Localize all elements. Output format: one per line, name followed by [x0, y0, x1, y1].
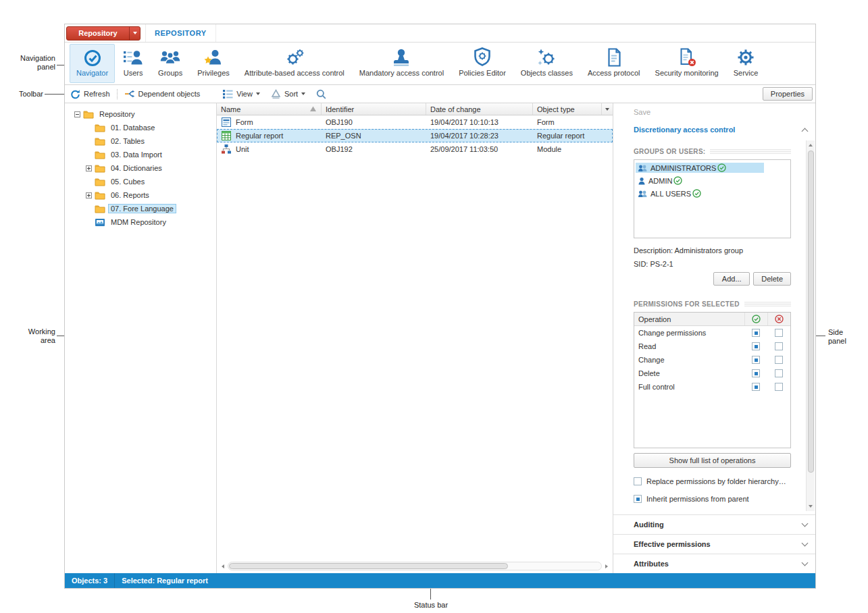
tree-item-06-reports[interactable]: 06. Reports [65, 188, 216, 202]
group-item-all-users[interactable]: ALL USERS [636, 187, 789, 200]
inherit-permissions-checkbox[interactable]: Inherit permissions from parent [634, 495, 791, 503]
expander-slot[interactable] [72, 111, 83, 117]
scroll-down-button[interactable] [807, 502, 815, 511]
section-attributes[interactable]: Attributes [613, 554, 815, 573]
tree-item-07-fore-language[interactable]: 07. Fore Language [65, 202, 216, 215]
expand-icon[interactable] [86, 192, 92, 198]
tree-item-mdm-repository[interactable]: MDM Repository [65, 215, 216, 229]
collapse-icon[interactable] [74, 111, 80, 117]
ribbon-item-security-monitoring[interactable]: Security monitoring [648, 44, 725, 83]
checkbox[interactable] [634, 495, 642, 503]
delete-button[interactable]: Delete [753, 272, 791, 286]
section-effective-permissions[interactable]: Effective permissions [613, 534, 815, 554]
expand-icon[interactable] [86, 165, 92, 171]
ribbon-item-objects-classes[interactable]: Objects classes [514, 44, 580, 83]
view-dropdown[interactable]: View [218, 85, 265, 103]
tree-item-04-dictionaries[interactable]: 04. Dictionaries [65, 161, 216, 175]
refresh-button[interactable]: Refresh [65, 85, 116, 103]
expander-slot[interactable] [83, 165, 95, 171]
tree-item-repository[interactable]: Repository [65, 107, 216, 121]
dropdown-caret-icon[interactable] [129, 27, 140, 40]
main-content: Repository01. Database02. Tables03. Data… [65, 103, 815, 573]
ribbon-item-users[interactable]: Users [116, 44, 150, 83]
allow-checkbox[interactable] [752, 329, 760, 337]
scroll-track[interactable] [228, 562, 602, 570]
unit-icon [221, 144, 232, 155]
scroll-left-button[interactable] [218, 562, 228, 570]
dependent-objects-label: Dependent objects [138, 90, 201, 98]
repository-menu-button[interactable]: Repository [66, 26, 141, 41]
deny-checkbox[interactable] [775, 356, 783, 364]
column-header-date-of-change[interactable]: Date of change [426, 103, 533, 115]
ribbon-item-privileges[interactable]: Privileges [190, 44, 236, 83]
horizontal-scrollbar[interactable] [218, 561, 611, 571]
column-options-button[interactable] [602, 103, 613, 115]
tree-item-05-cubes[interactable]: 05. Cubes [65, 175, 216, 188]
deny-checkbox[interactable] [775, 329, 783, 337]
allow-cell [744, 342, 767, 350]
column-header-object-type[interactable]: Object type [533, 103, 602, 115]
sid-label: SID: [634, 260, 648, 268]
scroll-up-button[interactable] [807, 140, 815, 150]
section-discretionary-access-control[interactable]: Discretionary access control [613, 121, 815, 138]
checkbox[interactable] [634, 477, 642, 485]
user-icon [638, 177, 646, 185]
permissions-table-header: Operation [634, 313, 790, 326]
save-button[interactable]: Save [613, 103, 815, 121]
column-header-identifier[interactable]: Identifier [322, 103, 426, 115]
table-row-form[interactable]: FormOBJ19019/04/2017 10:10:13Form [217, 115, 613, 129]
add-button[interactable]: Add... [713, 272, 750, 286]
granted-check-icon [673, 176, 682, 185]
deny-checkbox[interactable] [775, 369, 783, 377]
search-button[interactable] [311, 85, 332, 103]
operation-column-header: Operation [634, 315, 744, 323]
sort-dropdown[interactable]: Sort [265, 85, 311, 103]
table-row-unit[interactable]: UnitOBJ19225/09/2017 11:03:50Module [217, 142, 613, 156]
deny-checkbox[interactable] [775, 383, 783, 391]
ribbon-item-groups[interactable]: Groups [151, 44, 189, 83]
scroll-thumb[interactable] [808, 151, 814, 473]
column-header-name[interactable]: Name [217, 103, 322, 115]
allow-checkbox[interactable] [752, 342, 760, 350]
allow-checkbox[interactable] [752, 383, 760, 391]
ribbon-item-label: Access protocol [588, 69, 640, 77]
ribbon-item-attribute-based-access-control[interactable]: Attribute-based access control [238, 44, 351, 83]
view-label: View [236, 90, 253, 98]
groups-list[interactable]: ADMINISTRATORSADMINALL USERS [634, 159, 791, 238]
allow-checkbox[interactable] [752, 369, 760, 377]
dependent-objects-button[interactable]: Dependent objects [119, 85, 206, 103]
replace-permissions-checkbox[interactable]: Replace permissions by folder hierarchy… [634, 477, 791, 485]
allow-checkbox[interactable] [752, 356, 760, 364]
ribbon-item-service[interactable]: Service [727, 44, 765, 83]
tree-item-03-data-import[interactable]: 03. Data Import [65, 148, 216, 161]
expander-slot[interactable] [83, 192, 95, 198]
show-full-list-button[interactable]: Show full list of operations [634, 453, 791, 468]
table-row-regular-report[interactable]: Regular reportREP_OSN19/04/2017 10:28:23… [217, 129, 613, 142]
ribbon-item-mandatory-access-control[interactable]: Mandatory access control [353, 44, 451, 83]
status-bar: Objects: 3 Selected: Regular report [65, 573, 815, 588]
group-item-administrators[interactable]: ADMINISTRATORS [636, 161, 789, 174]
ribbon-item-policies-editor[interactable]: Policies Editor [452, 44, 513, 83]
tab-repository[interactable]: REPOSITORY [145, 24, 216, 42]
deny-checkbox[interactable] [775, 342, 783, 350]
scroll-track[interactable] [807, 150, 815, 502]
annotation-text: Side [828, 328, 863, 337]
allow-cell [744, 329, 767, 337]
ribbon-item-navigator[interactable]: Navigator [70, 44, 115, 83]
tree-item-01-database[interactable]: 01. Database [65, 121, 216, 134]
allow-cell [744, 383, 767, 391]
dependent-objects-icon [124, 89, 135, 99]
group-name: ADMINISTRATORS [650, 164, 716, 172]
objects-classes-icon [536, 47, 557, 68]
section-auditing[interactable]: Auditing [613, 514, 815, 534]
group-item-admin[interactable]: ADMIN [636, 174, 789, 187]
ribbon-item-access-protocol[interactable]: Access protocol [581, 44, 647, 83]
properties-button[interactable]: Properties [763, 87, 813, 101]
ribbon-item-label: Groups [158, 69, 182, 77]
permission-row-change-permissions: Change permissions [634, 326, 790, 340]
scroll-thumb[interactable] [229, 563, 508, 569]
group-chip: ALL USERS [636, 188, 703, 198]
tree-item-02-tables[interactable]: 02. Tables [65, 134, 216, 148]
scroll-right-button[interactable] [602, 562, 611, 570]
side-panel-scrollbar[interactable] [806, 140, 815, 511]
